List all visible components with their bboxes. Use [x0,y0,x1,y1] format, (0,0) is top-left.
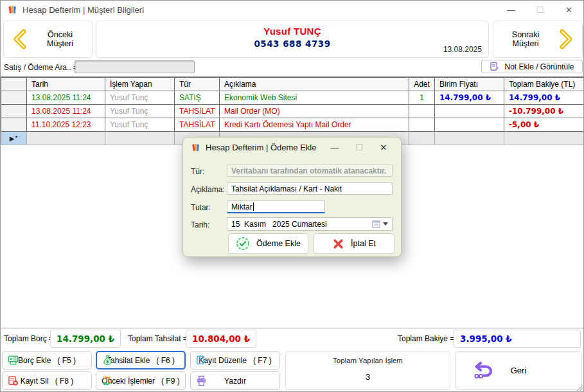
date-value: 15 Kasım 2025 Cumartesi [231,220,327,229]
cell-adet[interactable]: 1 [409,91,435,105]
cell-islem-yapan[interactable]: Yusuf Tunç [105,105,175,118]
title-bar: Hesap Defterim | Müşteri Bilgileri — ☐ ✕ [1,1,583,19]
cell-birim-fiyati[interactable] [435,105,504,118]
add-payment-button[interactable]: Ödeme Ekle [228,233,308,254]
red-x-icon [332,238,344,250]
cell-islem-yapan[interactable]: Yusuf Tunç [105,91,175,105]
edit-record-button[interactable]: Kayıt Düzenle ( F7 ) [190,351,280,370]
cancel-label: İptal Et [351,239,376,248]
dialog-maximize-icon[interactable]: ☐ [347,143,371,152]
cell-toplam-bakiye[interactable]: -10.799,00 ₺ [504,105,584,118]
customer-info-panel: Yusuf TUNÇ 0543 688 4739 13.08.2025 [96,21,489,58]
close-icon[interactable]: ✕ [554,1,583,19]
search-input[interactable] [75,60,195,73]
column-header-islem-yapan[interactable]: İşlem Yapan [105,78,175,91]
column-header-toplam-bakiye[interactable]: Toplam Bakiye (TL) [504,78,584,91]
cell-toplam-bakiye[interactable]: -5,00 ₺ [504,118,584,132]
print-button[interactable]: Yazdır [190,371,280,390]
total-balance-label: Toplam Bakiye = [398,334,454,343]
cell-aciklama[interactable]: Ekonomik Web Sitesi [220,91,409,105]
cancel-button[interactable]: İptal Et [314,233,394,254]
row-selector[interactable] [1,118,27,132]
transaction-count-label: Toplam Yapılan İşlem [286,357,450,364]
cell-tarih[interactable]: 11.10.2025 12:23 [27,118,105,132]
new-row-cell[interactable] [27,132,105,145]
table-row[interactable]: 13.08.2025 11:24 Yusuf Tunç TAHSİLAT Mai… [1,105,584,118]
previous-customer-label: Önceki Müşteri [35,30,85,48]
chevron-left-icon [10,28,30,51]
window-controls: — ☐ ✕ [497,1,583,19]
cell-birim-fiyati[interactable] [435,118,504,132]
row-selector[interactable] [1,91,27,105]
grid-header-row: Tarih İşlem Yapan Tür Açıklama Adet Biri… [1,78,584,91]
customer-name: Yusuf TUNÇ [96,26,488,37]
total-collected-value: 10.804,00 ₺ [186,330,256,348]
date-picker[interactable]: 15 Kasım 2025 Cumartesi [227,217,393,231]
back-button[interactable]: Geri [455,351,582,390]
delete-record-button[interactable]: Kayıt Sil ( F8 ) [2,371,92,390]
cell-tur[interactable]: SATIŞ [175,91,220,105]
column-header-tarih[interactable]: Tarih [27,78,105,91]
dialog-controls: — ☐ ✕ [323,143,401,152]
note-add-view-button[interactable]: Not Ekle / Görüntüle [481,60,583,73]
dropdown-arrow-icon[interactable] [383,222,388,226]
dialog-minimize-icon[interactable]: — [323,143,347,152]
description-field[interactable]: Tahsilat Açıklaması / Kart - Nakit [227,183,393,195]
note-add-view-label: Not Ekle / Görüntüle [504,62,574,71]
cell-tur[interactable]: TAHSİLAT [175,105,220,118]
resize-grip[interactable] [576,384,583,391]
cell-adet[interactable] [409,105,435,118]
column-header-tur[interactable]: Tür [175,78,220,91]
table-row[interactable]: 13.08.2025 11:24 Yusuf Tunç SATIŞ Ekonom… [1,91,584,105]
cell-adet[interactable] [409,118,435,132]
minimize-icon[interactable]: — [497,1,526,19]
previous-transactions-button[interactable]: Önceki İşlemler ( F9 ) [96,371,186,390]
record-date: 13.08.2025 [443,45,482,54]
cell-tur[interactable]: TAHSİLAT [175,118,220,132]
payment-add-dialog: Hesap Defterim | Ödeme Ekle — ☐ ✕ Tür: V… [182,137,402,257]
cell-aciklama[interactable]: Mail Order (MO) [220,105,409,118]
svg-text:$: $ [106,359,109,364]
new-row-cell[interactable] [105,132,175,145]
dialog-close-icon[interactable]: ✕ [371,143,396,152]
new-row-cell[interactable] [435,132,504,145]
window-title: Hesap Defterim | Müşteri Bilgileri [22,5,144,15]
amount-field[interactable]: Miktar [227,200,325,213]
add-payment-label: Ödeme Ekle [256,239,301,248]
note-edit-icon [490,62,499,71]
type-field: Veritabanı tarafından otomatik atanacakt… [227,165,393,177]
column-header-aciklama[interactable]: Açıklama [220,78,409,91]
column-header-birim-fiyati[interactable]: Birim Fiyatı [435,78,504,91]
cell-aciklama[interactable]: Kredi Kartı Ödemesi Yaptı Mail Order [220,118,409,132]
printer-icon [196,375,207,386]
dialog-title: Hesap Defterim | Ödeme Ekle [206,143,316,152]
new-row-marker-icon[interactable]: ▶* [1,132,27,145]
cell-islem-yapan[interactable]: Yusuf Tunç [105,118,175,132]
total-balance-value: 3.995,00 ₺ [454,330,581,348]
cell-toplam-bakiye[interactable]: 14.799,00 ₺ [504,91,584,105]
new-row-cell[interactable] [504,132,584,145]
table-row[interactable]: 11.10.2025 12:23 Yusuf Tunç TAHSİLAT Kre… [1,118,584,132]
amount-label: Tutar: [191,203,211,212]
next-customer-button[interactable]: Sonraki Müşteri [493,21,583,58]
maximize-icon[interactable]: ☐ [526,1,554,19]
new-row-cell[interactable] [409,132,435,145]
column-header-adet[interactable]: Adet [409,78,435,91]
cell-tarih[interactable]: 13.08.2025 11:24 [27,91,105,105]
history-sync-icon [102,375,112,386]
row-selector[interactable] [1,105,27,118]
grid-corner-cell[interactable] [1,78,27,91]
cell-birim-fiyati[interactable]: 14.799,00 ₺ [435,91,504,105]
type-label: Tür: [191,167,204,176]
add-debt-button[interactable]: Borç Ekle ( F5 ) [2,351,92,370]
description-label: Açıklama: [191,185,225,194]
customer-phone: 0543 688 4739 [96,39,488,49]
add-collection-button[interactable]: $ Tahsilat Ekle ( F6 ) [96,351,186,370]
edit-record-icon [196,355,207,366]
app-book-icon [7,4,17,15]
date-label: Tarih: [191,220,209,229]
text-caret [253,202,254,211]
cell-tarih[interactable]: 13.08.2025 11:24 [27,105,105,118]
previous-customer-button[interactable]: Önceki Müşteri [3,21,93,58]
total-debt-label: Toplam Borç = [4,334,53,343]
